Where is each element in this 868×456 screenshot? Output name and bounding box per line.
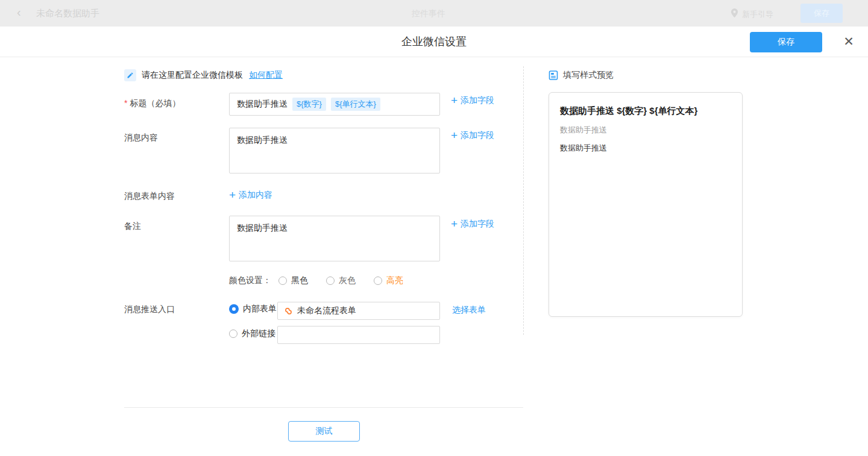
content-textarea-text: 数据助手推送	[237, 135, 288, 145]
add-field-link-title[interactable]: + 添加字段	[451, 95, 494, 106]
plus-icon: +	[451, 96, 458, 105]
internal-form-input[interactable]: 未命名流程表单	[277, 302, 440, 320]
config-note-row: 请在这里配置企业微信模板 如何配置	[124, 69, 283, 81]
preview-message-content: 数据助手推送	[560, 125, 731, 136]
config-note-text: 请在这里配置企业微信模板	[142, 70, 243, 81]
color-option-gray[interactable]: 灰色	[326, 275, 356, 286]
color-setting-label: 颜色设置：	[229, 275, 271, 286]
remark-field-label: 备注	[124, 221, 141, 232]
modal-header: 企业微信设置 保存 ✕	[0, 27, 868, 57]
preview-card: 数据助手推送 ${数字} ${单行文本} 数据助手推送 数据助手推送	[549, 92, 743, 317]
preview-message-title: 数据助手推送 ${数字} ${单行文本}	[560, 105, 731, 117]
link-chain-icon	[284, 307, 293, 316]
plus-icon: +	[451, 219, 458, 229]
how-to-configure-link[interactable]: 如何配置	[249, 70, 283, 81]
token-single-line-text[interactable]: ${单行文本}	[331, 98, 380, 111]
modal-body: 请在这里配置企业微信模板 如何配置 *标题（必填） 数据助手推送 ${数字} $…	[0, 57, 868, 456]
radio-internal-form[interactable]	[229, 304, 239, 314]
token-number[interactable]: ${数字}	[292, 98, 326, 111]
add-content-link[interactable]: + 添加内容	[229, 190, 272, 201]
modal-title: 企业微信设置	[0, 27, 868, 57]
external-link-option[interactable]: 外部链接	[229, 328, 275, 339]
background-app-bar: ‹ 未命名数据助手 控件事件 新手引导 保存	[0, 0, 868, 27]
title-input-text: 数据助手推送	[237, 99, 288, 110]
vertical-dashed-divider	[523, 66, 524, 335]
radio-gray[interactable]	[326, 276, 335, 285]
preview-header: 填写样式预览	[549, 70, 614, 81]
add-field-link-remark[interactable]: + 添加字段	[451, 219, 494, 230]
save-button[interactable]: 保存	[750, 32, 822, 52]
form-bottom-divider	[124, 407, 523, 408]
test-button[interactable]: 测试	[288, 421, 360, 442]
remark-textarea[interactable]: 数据助手推送	[229, 216, 440, 261]
tab-widget-events: 控件事件	[412, 8, 445, 19]
add-field-link-content[interactable]: + 添加字段	[451, 130, 494, 141]
title-field-label: *标题（必填）	[124, 98, 180, 109]
form-content-label: 消息表单内容	[124, 191, 175, 202]
radio-black[interactable]	[278, 276, 287, 285]
preview-title: 填写样式预览	[563, 70, 614, 81]
color-option-highlight[interactable]: 高亮	[374, 275, 403, 286]
close-icon[interactable]: ✕	[840, 33, 857, 50]
back-chevron-icon: ‹	[17, 5, 21, 19]
content-field-label: 消息内容	[124, 133, 158, 143]
radio-highlight[interactable]	[374, 276, 382, 285]
push-entry-label: 消息推送入口	[124, 304, 175, 315]
remark-textarea-text: 数据助手推送	[237, 223, 288, 233]
app-title: 未命名数据助手	[36, 8, 99, 19]
radio-external-link[interactable]	[229, 330, 237, 338]
external-link-input[interactable]	[277, 326, 440, 344]
color-option-black[interactable]: 黑色	[278, 275, 308, 286]
background-save-button: 保存	[800, 4, 843, 23]
plus-icon: +	[229, 190, 236, 200]
pencil-icon	[124, 69, 136, 81]
content-textarea[interactable]: 数据助手推送	[229, 128, 440, 173]
location-pin-icon	[731, 8, 738, 18]
internal-form-value: 未命名流程表单	[297, 305, 356, 316]
guide-label: 新手引导	[742, 9, 773, 20]
preview-message-remark: 数据助手推送	[560, 143, 731, 154]
select-form-link[interactable]: 选择表单	[452, 305, 486, 316]
internal-form-option[interactable]: 内部表单	[229, 304, 277, 314]
color-setting-row: 颜色设置： 黑色 灰色 高亮	[229, 275, 421, 286]
required-asterisk: *	[124, 98, 127, 108]
title-input[interactable]: 数据助手推送 ${数字} ${单行文本}	[229, 93, 440, 116]
document-icon	[549, 70, 558, 80]
plus-icon: +	[451, 131, 458, 140]
